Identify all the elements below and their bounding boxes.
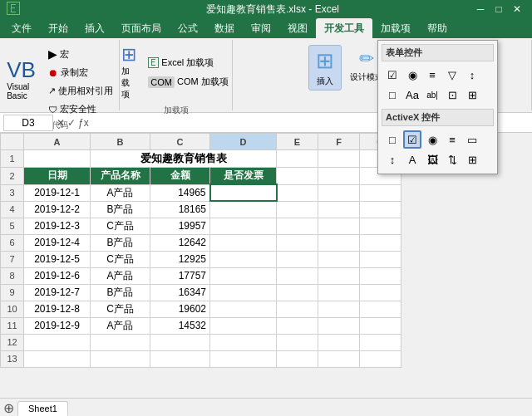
cell-d12[interactable] [210,334,277,350]
cell-g10[interactable] [360,301,401,317]
ax-btn-listbox[interactable]: ≡ [443,130,461,149]
cell-b8[interactable]: A产品 [91,267,150,284]
cell-g9[interactable] [360,284,401,301]
cell-b13[interactable] [91,350,150,367]
cell-reference[interactable] [3,115,53,131]
cell-title[interactable]: 爱知趣教育销售表 [91,150,277,168]
form-btn-listbox[interactable]: ≡ [423,66,441,84]
form-btn-combobox[interactable]: ▽ [443,66,461,84]
ax-btn-image[interactable]: 🖼 [423,150,441,169]
cell-d9[interactable] [210,284,277,301]
cell-c5[interactable]: 19957 [150,218,210,234]
cell-b12[interactable] [91,334,150,350]
cell-b7[interactable]: C产品 [91,251,150,267]
cell-e10[interactable] [277,301,318,317]
macro-button[interactable]: ▶ 宏 [44,45,117,63]
form-btn-scroll[interactable]: ↕ [463,66,481,84]
cell-f6[interactable] [318,234,360,251]
insert-controls-button[interactable]: ⊞ 插入 [308,45,342,91]
cell-c7[interactable]: 12925 [150,251,210,267]
addins-button[interactable]: ⊞ 加载项 [119,42,139,103]
close-button[interactable]: ✕ [509,1,525,17]
form-btn-spinner[interactable]: ⊞ [463,86,481,104]
cell-b3[interactable]: A产品 [91,184,150,201]
cell-f1[interactable] [318,150,360,168]
cell-g3[interactable] [360,184,401,201]
cell-g6[interactable] [360,234,401,251]
cell-b5[interactable]: C产品 [91,218,150,234]
tab-review[interactable]: 审阅 [243,18,279,38]
cell-c12[interactable] [150,334,210,350]
cell-c3[interactable]: 14965 [150,184,210,201]
ax-btn-option[interactable]: ◉ [423,130,441,149]
record-macro-button[interactable]: ⏺ 录制宏 [44,64,117,81]
cell-e3[interactable] [277,184,318,201]
cell-d5[interactable] [210,218,277,234]
minimize-button[interactable]: ─ [472,1,489,17]
cell-a6[interactable]: 2019-12-4 [24,234,91,251]
cell-d3[interactable] [210,184,277,201]
cell-g5[interactable] [360,218,401,234]
cell-d2[interactable]: 是否发票 [210,168,277,185]
cell-e2[interactable] [277,168,318,185]
ax-btn-textbox[interactable]: ▭ [463,130,481,149]
cell-d4[interactable] [210,201,277,218]
excel-addins-button[interactable]: 🄴 Excel 加载项 [144,54,232,71]
cell-f10[interactable] [318,301,360,317]
ax-btn-label2[interactable]: A [403,150,421,169]
tab-page-layout[interactable]: 页面布局 [113,18,170,38]
cell-b4[interactable]: B产品 [91,201,150,218]
cell-g4[interactable] [360,201,401,218]
cell-e6[interactable] [277,234,318,251]
form-btn-checkbox[interactable]: ☑ [383,66,401,84]
cell-a4[interactable]: 2019-12-2 [24,201,91,218]
cell-f13[interactable] [318,350,360,367]
tab-view[interactable]: 视图 [279,18,316,38]
tab-formula[interactable]: 公式 [170,18,206,38]
cell-a10[interactable]: 2019-12-8 [24,301,91,317]
cell-b10[interactable]: C产品 [91,301,150,317]
com-addins-button[interactable]: COM COM 加载项 [144,73,232,91]
cell-f9[interactable] [318,284,360,301]
cell-c8[interactable]: 17757 [150,267,210,284]
cell-d6[interactable] [210,234,277,251]
cell-g7[interactable] [360,251,401,267]
tab-home[interactable]: 开始 [40,18,76,38]
tab-help[interactable]: 帮助 [419,18,456,38]
cell-g13[interactable] [360,350,401,367]
cell-a12[interactable] [24,334,91,350]
cell-d7[interactable] [210,251,277,267]
maximize-button[interactable]: □ [490,1,507,17]
cell-d10[interactable] [210,301,277,317]
cell-b6[interactable]: B产品 [91,234,150,251]
cell-e5[interactable] [277,218,318,234]
cell-e9[interactable] [277,284,318,301]
cell-a2[interactable]: 日期 [24,168,91,185]
ax-btn-spinner[interactable]: ⇅ [443,150,461,169]
cell-e1[interactable] [277,150,318,168]
cell-c11[interactable]: 14532 [150,317,210,334]
cell-a13[interactable] [24,350,91,367]
cell-b11[interactable]: A产品 [91,317,150,334]
col-header-a[interactable]: A [24,134,91,150]
cell-d8[interactable] [210,267,277,284]
cell-e4[interactable] [277,201,318,218]
cell-a3[interactable]: 2019-12-1 [24,184,91,201]
cell-c2[interactable]: 金额 [150,168,210,185]
cell-c6[interactable]: 12642 [150,234,210,251]
cell-g8[interactable] [360,267,401,284]
ax-btn-checkbox[interactable]: ☑ [403,130,421,149]
relative-ref-button[interactable]: ↗ 使用相对引用 [44,82,117,100]
cell-e13[interactable] [277,350,318,367]
col-header-c[interactable]: C [150,134,210,150]
ax-btn-scrollbar[interactable]: ↕ [383,150,401,169]
col-header-e[interactable]: E [277,134,318,150]
cell-g12[interactable] [360,334,401,350]
tab-addins[interactable]: 加载项 [372,18,419,38]
cell-e8[interactable] [277,267,318,284]
cell-a11[interactable]: 2019-12-9 [24,317,91,334]
cell-e11[interactable] [277,317,318,334]
cell-b9[interactable]: B产品 [91,284,150,301]
cell-d11[interactable] [210,317,277,334]
tab-developer[interactable]: 开发工具 [316,18,372,38]
